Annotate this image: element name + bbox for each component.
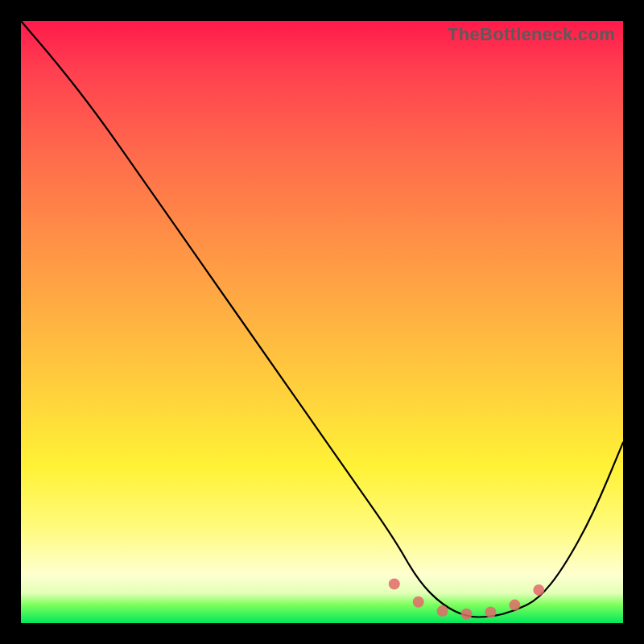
sweet-spot-marker bbox=[485, 607, 496, 618]
sweet-spot-marker bbox=[437, 605, 448, 617]
sweet-spot-marker bbox=[509, 600, 520, 611]
sweet-spot-marker bbox=[461, 609, 473, 620]
bottleneck-curve bbox=[21, 21, 623, 617]
plot-area: TheBottleneck.com bbox=[21, 21, 623, 623]
chart-frame: TheBottleneck.com bbox=[0, 0, 644, 644]
sweet-spot-markers bbox=[389, 578, 545, 619]
curve-layer bbox=[21, 21, 623, 623]
sweet-spot-marker bbox=[533, 584, 544, 596]
sweet-spot-marker bbox=[389, 578, 400, 589]
sweet-spot-marker bbox=[413, 597, 424, 608]
